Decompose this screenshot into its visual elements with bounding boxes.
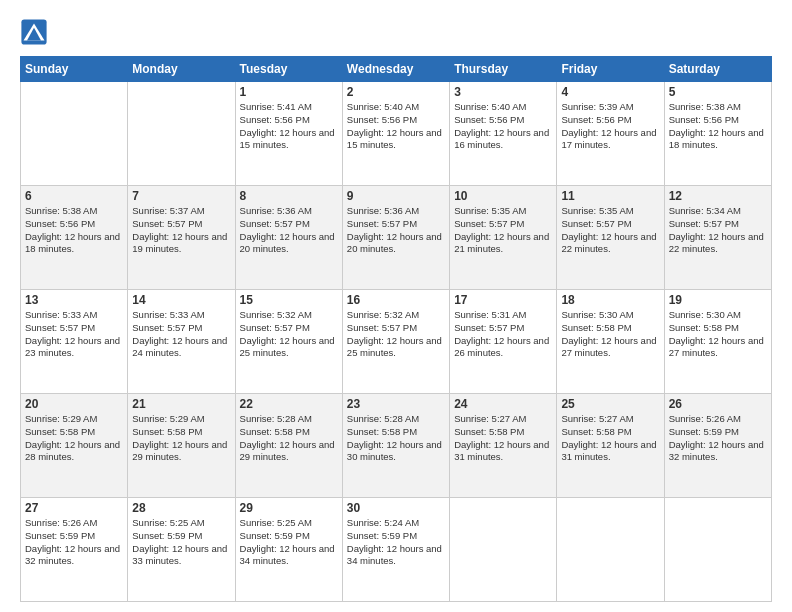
day-info: Sunrise: 5:24 AM Sunset: 5:59 PM Dayligh…: [347, 517, 445, 568]
calendar-cell: 4Sunrise: 5:39 AM Sunset: 5:56 PM Daylig…: [557, 82, 664, 186]
day-number: 20: [25, 397, 123, 411]
day-info: Sunrise: 5:36 AM Sunset: 5:57 PM Dayligh…: [347, 205, 445, 256]
day-number: 28: [132, 501, 230, 515]
day-number: 24: [454, 397, 552, 411]
calendar-cell: 23Sunrise: 5:28 AM Sunset: 5:58 PM Dayli…: [342, 394, 449, 498]
calendar-cell: [128, 82, 235, 186]
day-header-saturday: Saturday: [664, 57, 771, 82]
day-info: Sunrise: 5:28 AM Sunset: 5:58 PM Dayligh…: [347, 413, 445, 464]
day-number: 10: [454, 189, 552, 203]
day-number: 4: [561, 85, 659, 99]
day-number: 30: [347, 501, 445, 515]
day-number: 29: [240, 501, 338, 515]
calendar-cell: 24Sunrise: 5:27 AM Sunset: 5:58 PM Dayli…: [450, 394, 557, 498]
calendar-cell: 3Sunrise: 5:40 AM Sunset: 5:56 PM Daylig…: [450, 82, 557, 186]
day-info: Sunrise: 5:39 AM Sunset: 5:56 PM Dayligh…: [561, 101, 659, 152]
day-header-thursday: Thursday: [450, 57, 557, 82]
day-info: Sunrise: 5:36 AM Sunset: 5:57 PM Dayligh…: [240, 205, 338, 256]
calendar-cell: [557, 498, 664, 602]
calendar-week-5: 27Sunrise: 5:26 AM Sunset: 5:59 PM Dayli…: [21, 498, 772, 602]
day-info: Sunrise: 5:29 AM Sunset: 5:58 PM Dayligh…: [132, 413, 230, 464]
day-info: Sunrise: 5:38 AM Sunset: 5:56 PM Dayligh…: [25, 205, 123, 256]
calendar-cell: 13Sunrise: 5:33 AM Sunset: 5:57 PM Dayli…: [21, 290, 128, 394]
day-info: Sunrise: 5:34 AM Sunset: 5:57 PM Dayligh…: [669, 205, 767, 256]
day-number: 8: [240, 189, 338, 203]
day-info: Sunrise: 5:37 AM Sunset: 5:57 PM Dayligh…: [132, 205, 230, 256]
day-info: Sunrise: 5:26 AM Sunset: 5:59 PM Dayligh…: [25, 517, 123, 568]
calendar-cell: 18Sunrise: 5:30 AM Sunset: 5:58 PM Dayli…: [557, 290, 664, 394]
day-number: 27: [25, 501, 123, 515]
day-number: 7: [132, 189, 230, 203]
calendar-week-3: 13Sunrise: 5:33 AM Sunset: 5:57 PM Dayli…: [21, 290, 772, 394]
day-number: 14: [132, 293, 230, 307]
calendar-week-1: 1Sunrise: 5:41 AM Sunset: 5:56 PM Daylig…: [21, 82, 772, 186]
day-number: 21: [132, 397, 230, 411]
calendar-week-4: 20Sunrise: 5:29 AM Sunset: 5:58 PM Dayli…: [21, 394, 772, 498]
day-info: Sunrise: 5:29 AM Sunset: 5:58 PM Dayligh…: [25, 413, 123, 464]
day-info: Sunrise: 5:25 AM Sunset: 5:59 PM Dayligh…: [132, 517, 230, 568]
day-number: 13: [25, 293, 123, 307]
calendar-cell: [21, 82, 128, 186]
calendar-cell: 5Sunrise: 5:38 AM Sunset: 5:56 PM Daylig…: [664, 82, 771, 186]
day-number: 23: [347, 397, 445, 411]
day-info: Sunrise: 5:27 AM Sunset: 5:58 PM Dayligh…: [454, 413, 552, 464]
calendar-cell: 27Sunrise: 5:26 AM Sunset: 5:59 PM Dayli…: [21, 498, 128, 602]
header: [20, 18, 772, 46]
day-number: 17: [454, 293, 552, 307]
day-info: Sunrise: 5:41 AM Sunset: 5:56 PM Dayligh…: [240, 101, 338, 152]
calendar-cell: 19Sunrise: 5:30 AM Sunset: 5:58 PM Dayli…: [664, 290, 771, 394]
day-info: Sunrise: 5:31 AM Sunset: 5:57 PM Dayligh…: [454, 309, 552, 360]
calendar-body: 1Sunrise: 5:41 AM Sunset: 5:56 PM Daylig…: [21, 82, 772, 602]
calendar-table: SundayMondayTuesdayWednesdayThursdayFrid…: [20, 56, 772, 602]
calendar-cell: 12Sunrise: 5:34 AM Sunset: 5:57 PM Dayli…: [664, 186, 771, 290]
calendar-cell: [664, 498, 771, 602]
day-info: Sunrise: 5:35 AM Sunset: 5:57 PM Dayligh…: [454, 205, 552, 256]
day-number: 22: [240, 397, 338, 411]
day-number: 15: [240, 293, 338, 307]
calendar-cell: 2Sunrise: 5:40 AM Sunset: 5:56 PM Daylig…: [342, 82, 449, 186]
calendar-cell: 6Sunrise: 5:38 AM Sunset: 5:56 PM Daylig…: [21, 186, 128, 290]
calendar-cell: [450, 498, 557, 602]
days-header-row: SundayMondayTuesdayWednesdayThursdayFrid…: [21, 57, 772, 82]
calendar-cell: 10Sunrise: 5:35 AM Sunset: 5:57 PM Dayli…: [450, 186, 557, 290]
day-header-monday: Monday: [128, 57, 235, 82]
calendar-cell: 9Sunrise: 5:36 AM Sunset: 5:57 PM Daylig…: [342, 186, 449, 290]
day-number: 19: [669, 293, 767, 307]
day-number: 9: [347, 189, 445, 203]
day-number: 5: [669, 85, 767, 99]
calendar-cell: 8Sunrise: 5:36 AM Sunset: 5:57 PM Daylig…: [235, 186, 342, 290]
calendar-cell: 15Sunrise: 5:32 AM Sunset: 5:57 PM Dayli…: [235, 290, 342, 394]
day-info: Sunrise: 5:33 AM Sunset: 5:57 PM Dayligh…: [132, 309, 230, 360]
day-number: 1: [240, 85, 338, 99]
logo-icon: [20, 18, 48, 46]
day-number: 25: [561, 397, 659, 411]
day-info: Sunrise: 5:26 AM Sunset: 5:59 PM Dayligh…: [669, 413, 767, 464]
day-info: Sunrise: 5:30 AM Sunset: 5:58 PM Dayligh…: [561, 309, 659, 360]
calendar-cell: 20Sunrise: 5:29 AM Sunset: 5:58 PM Dayli…: [21, 394, 128, 498]
day-number: 3: [454, 85, 552, 99]
day-header-tuesday: Tuesday: [235, 57, 342, 82]
day-info: Sunrise: 5:40 AM Sunset: 5:56 PM Dayligh…: [347, 101, 445, 152]
calendar-cell: 11Sunrise: 5:35 AM Sunset: 5:57 PM Dayli…: [557, 186, 664, 290]
calendar-cell: 26Sunrise: 5:26 AM Sunset: 5:59 PM Dayli…: [664, 394, 771, 498]
day-info: Sunrise: 5:25 AM Sunset: 5:59 PM Dayligh…: [240, 517, 338, 568]
day-info: Sunrise: 5:40 AM Sunset: 5:56 PM Dayligh…: [454, 101, 552, 152]
calendar-cell: 1Sunrise: 5:41 AM Sunset: 5:56 PM Daylig…: [235, 82, 342, 186]
day-number: 18: [561, 293, 659, 307]
calendar-cell: 25Sunrise: 5:27 AM Sunset: 5:58 PM Dayli…: [557, 394, 664, 498]
calendar-cell: 21Sunrise: 5:29 AM Sunset: 5:58 PM Dayli…: [128, 394, 235, 498]
logo: [20, 18, 52, 46]
calendar-cell: 30Sunrise: 5:24 AM Sunset: 5:59 PM Dayli…: [342, 498, 449, 602]
day-header-sunday: Sunday: [21, 57, 128, 82]
calendar-cell: 16Sunrise: 5:32 AM Sunset: 5:57 PM Dayli…: [342, 290, 449, 394]
day-number: 2: [347, 85, 445, 99]
day-info: Sunrise: 5:32 AM Sunset: 5:57 PM Dayligh…: [347, 309, 445, 360]
day-number: 26: [669, 397, 767, 411]
calendar-cell: 17Sunrise: 5:31 AM Sunset: 5:57 PM Dayli…: [450, 290, 557, 394]
day-number: 12: [669, 189, 767, 203]
calendar-week-2: 6Sunrise: 5:38 AM Sunset: 5:56 PM Daylig…: [21, 186, 772, 290]
calendar-cell: 14Sunrise: 5:33 AM Sunset: 5:57 PM Dayli…: [128, 290, 235, 394]
day-info: Sunrise: 5:33 AM Sunset: 5:57 PM Dayligh…: [25, 309, 123, 360]
day-info: Sunrise: 5:32 AM Sunset: 5:57 PM Dayligh…: [240, 309, 338, 360]
day-info: Sunrise: 5:38 AM Sunset: 5:56 PM Dayligh…: [669, 101, 767, 152]
